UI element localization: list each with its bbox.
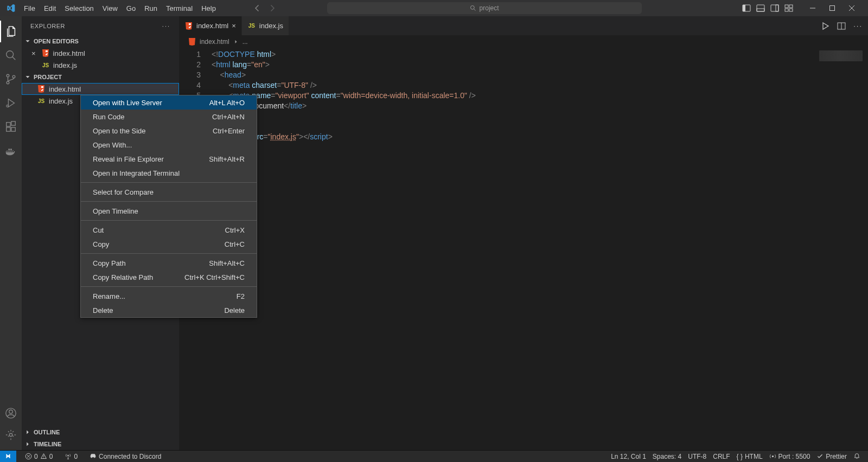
context-menu-shortcut: Shift+Alt+R <box>209 155 245 163</box>
context-menu-item[interactable]: Open Timeline <box>81 204 257 218</box>
breadcrumb[interactable]: index.html ... <box>179 35 868 48</box>
close-icon[interactable]: × <box>31 49 36 57</box>
status-live-server[interactable]: Port : 5500 <box>766 453 814 460</box>
context-menu-item[interactable]: DeleteDelete <box>81 303 257 317</box>
warning-icon <box>40 453 47 460</box>
code-content[interactable]: <!DOCTYPE html> <html lang="en"> <head> … <box>212 48 868 450</box>
context-menu-item[interactable]: Open with Live ServerAlt+L Alt+O <box>81 95 257 110</box>
outline-header[interactable]: OUTLINE <box>22 426 179 438</box>
window-minimize[interactable] <box>803 0 822 16</box>
layout-customize-icon[interactable] <box>784 4 793 12</box>
context-menu-item[interactable]: Rename...F2 <box>81 289 257 303</box>
menu-help[interactable]: Help <box>197 2 220 15</box>
menu-file[interactable]: File <box>20 2 40 15</box>
status-notifications[interactable] <box>850 453 864 460</box>
chevron-right-icon <box>24 428 31 436</box>
split-editor-icon[interactable] <box>837 22 846 30</box>
explorer-title: EXPLORER <box>30 23 65 29</box>
context-menu-item[interactable]: CopyCtrl+C <box>81 237 257 251</box>
menu-go[interactable]: Go <box>122 2 140 15</box>
nav-forward-icon[interactable] <box>268 4 277 12</box>
context-menu-label: Reveal in File Explorer <box>93 155 164 163</box>
activity-explorer[interactable] <box>0 21 22 42</box>
chevron-right-icon <box>24 440 31 448</box>
search-icon <box>470 5 476 11</box>
layout-panel-icon[interactable] <box>756 4 765 12</box>
context-menu-item[interactable]: Open to the SideCtrl+Enter <box>81 124 257 138</box>
svg-rect-3 <box>743 5 745 11</box>
command-center[interactable]: project <box>327 2 642 14</box>
activity-run-debug[interactable] <box>0 92 22 114</box>
open-editor-item[interactable]: × index.html <box>22 47 179 59</box>
status-prettier[interactable]: Prettier <box>813 453 850 460</box>
editor-tab[interactable]: JS index.js <box>242 16 289 35</box>
activity-extensions[interactable] <box>0 116 22 138</box>
svg-rect-9 <box>789 5 793 8</box>
menu-terminal[interactable]: Terminal <box>162 2 197 15</box>
title-bar: File Edit Selection View Go Run Terminal… <box>0 0 868 16</box>
status-discord[interactable]: Connected to Discord <box>86 453 164 460</box>
activity-source-control[interactable] <box>0 68 22 90</box>
context-menu-label: Open in Integrated Terminal <box>93 169 180 177</box>
menu-run[interactable]: Run <box>140 2 162 15</box>
svg-line-17 <box>12 57 16 60</box>
svg-point-27 <box>9 410 12 413</box>
menu-edit[interactable]: Edit <box>40 2 60 15</box>
activity-accounts[interactable] <box>0 402 22 424</box>
nav-back-icon[interactable] <box>253 4 261 12</box>
timeline-header[interactable]: TIMELINE <box>22 438 179 450</box>
project-header[interactable]: PROJECT <box>22 71 179 83</box>
more-icon[interactable]: ··· <box>162 23 170 29</box>
minimap[interactable] <box>819 50 863 61</box>
context-menu-item[interactable]: Run CodeCtrl+Alt+N <box>81 110 257 124</box>
context-menu-shortcut: Ctrl+K Ctrl+Shift+C <box>184 273 245 281</box>
svg-rect-24 <box>11 127 15 131</box>
tab-label: index.js <box>259 22 283 30</box>
layout-sidebar-left-icon[interactable] <box>742 4 751 12</box>
project-file-item[interactable]: index.html <box>22 83 179 95</box>
context-menu-item[interactable]: CutCtrl+X <box>81 223 257 237</box>
remote-button[interactable] <box>0 451 16 463</box>
context-menu-shortcut: Ctrl+Alt+N <box>212 113 245 121</box>
run-icon[interactable] <box>821 22 829 30</box>
account-icon <box>5 407 17 419</box>
activity-docker[interactable] <box>0 140 22 162</box>
context-menu-item[interactable]: Copy Relative PathCtrl+K Ctrl+Shift+C <box>81 270 257 284</box>
svg-rect-13 <box>829 6 834 11</box>
chevron-right-icon <box>233 39 239 45</box>
window-maximize[interactable] <box>822 0 842 16</box>
context-menu-item[interactable]: Open in Integrated Terminal <box>81 166 257 180</box>
more-icon[interactable]: ··· <box>853 22 863 30</box>
context-menu-item[interactable]: Select for Compare <box>81 185 257 199</box>
context-menu-item[interactable]: Open With... <box>81 138 257 152</box>
menu-view[interactable]: View <box>98 2 122 15</box>
status-ports[interactable]: 0 <box>61 453 81 460</box>
menu-selection[interactable]: Selection <box>60 2 98 15</box>
status-eol[interactable]: CRLF <box>710 453 733 460</box>
context-menu-item[interactable]: Copy PathShift+Alt+C <box>81 256 257 270</box>
search-icon <box>5 49 17 61</box>
project-file-label: index.html <box>49 85 81 93</box>
activity-search[interactable] <box>0 44 22 66</box>
layout-sidebar-right-icon[interactable] <box>770 4 779 12</box>
editor-area: index.html × JS index.js ··· index.html … <box>179 16 868 450</box>
svg-rect-5 <box>757 9 764 11</box>
status-line-col[interactable]: Ln 12, Col 1 <box>608 453 649 460</box>
context-menu-separator <box>81 286 257 287</box>
open-editor-item[interactable]: JS index.js <box>22 59 179 71</box>
status-language[interactable]: { } HTML <box>733 453 766 460</box>
status-problems[interactable]: 0 0 <box>22 453 56 460</box>
window-close[interactable] <box>842 0 861 16</box>
svg-point-35 <box>771 455 773 457</box>
status-encoding[interactable]: UTF-8 <box>685 453 710 460</box>
open-editors-header[interactable]: OPEN EDITORS <box>22 35 179 47</box>
editor-tab[interactable]: index.html × <box>179 16 242 35</box>
close-icon[interactable]: × <box>232 22 236 30</box>
context-menu-label: Run Code <box>93 113 125 121</box>
context-menu-item[interactable]: Reveal in File ExplorerShift+Alt+R <box>81 152 257 166</box>
code-editor[interactable]: 12345678910 <!DOCTYPE html> <html lang="… <box>179 48 868 450</box>
activity-settings[interactable] <box>0 424 22 446</box>
svg-rect-8 <box>785 5 788 8</box>
status-spaces[interactable]: Spaces: 4 <box>649 453 685 460</box>
debug-icon <box>5 97 17 109</box>
